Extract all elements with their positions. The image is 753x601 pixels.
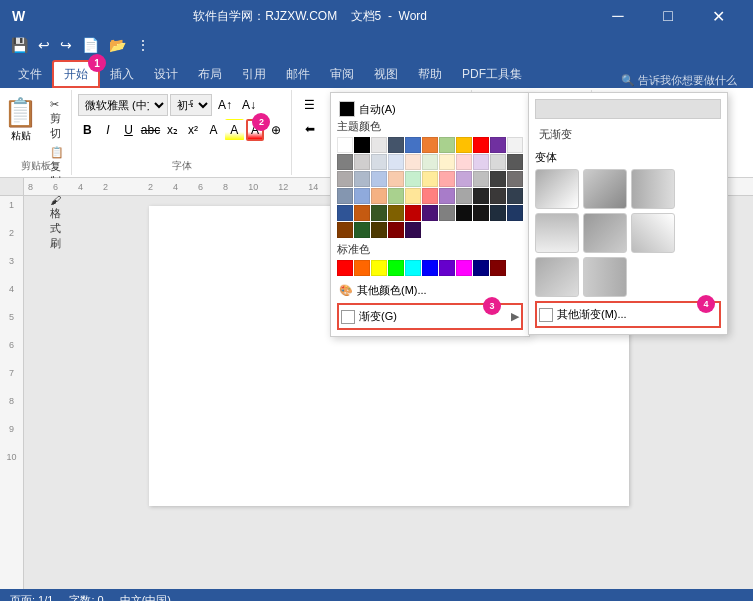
standard-color-cell[interactable]: [456, 260, 472, 276]
gradient-variant-cell[interactable]: [631, 213, 675, 253]
tab-references[interactable]: 引用: [232, 60, 276, 88]
theme-color-cell[interactable]: [422, 171, 438, 187]
theme-color-cell[interactable]: [371, 154, 387, 170]
theme-color-cell[interactable]: [388, 171, 404, 187]
tab-review[interactable]: 审阅: [320, 60, 364, 88]
theme-color-cell[interactable]: [456, 188, 472, 204]
gradient-variant-cell[interactable]: [583, 213, 627, 253]
auto-color-option[interactable]: 自动(A): [337, 99, 523, 119]
theme-color-cell[interactable]: [354, 171, 370, 187]
theme-color-cell[interactable]: [405, 188, 421, 204]
theme-color-cell[interactable]: [473, 154, 489, 170]
format-painter-button[interactable]: 🖌 格式刷: [46, 192, 74, 253]
theme-color-cell[interactable]: [388, 154, 404, 170]
increase-font-button[interactable]: A↑: [214, 94, 236, 116]
theme-color-cell[interactable]: [405, 137, 421, 153]
paste-button[interactable]: 📋 粘贴: [0, 92, 44, 147]
gradient-variant-cell[interactable]: [535, 257, 579, 297]
theme-color-cell[interactable]: [473, 137, 489, 153]
theme-color-cell[interactable]: [354, 137, 370, 153]
tab-home[interactable]: 开始 1: [52, 60, 100, 88]
tab-view[interactable]: 视图: [364, 60, 408, 88]
theme-color-cell[interactable]: [405, 205, 421, 221]
theme-color-cell[interactable]: [422, 154, 438, 170]
theme-color-cell[interactable]: [439, 205, 455, 221]
theme-color-cell[interactable]: [337, 171, 353, 187]
theme-color-cell[interactable]: [490, 137, 506, 153]
theme-color-cell[interactable]: [371, 188, 387, 204]
font-name-select[interactable]: 微软雅黑 (中文正文): [78, 94, 168, 116]
standard-color-cell[interactable]: [439, 260, 455, 276]
theme-color-cell[interactable]: [388, 222, 404, 238]
text-effects-button[interactable]: A: [204, 119, 223, 141]
theme-color-cell[interactable]: [507, 137, 523, 153]
theme-color-cell[interactable]: [490, 154, 506, 170]
theme-color-cell[interactable]: [456, 171, 472, 187]
theme-color-cell[interactable]: [507, 188, 523, 204]
underline-button[interactable]: U: [119, 119, 138, 141]
bold-button[interactable]: B: [78, 119, 97, 141]
strikethrough-button[interactable]: abc: [140, 119, 161, 141]
tab-design[interactable]: 设计: [144, 60, 188, 88]
theme-color-cell[interactable]: [388, 137, 404, 153]
theme-color-cell[interactable]: [456, 154, 472, 170]
new-qa-button[interactable]: 📄: [79, 36, 102, 54]
standard-color-cell[interactable]: [473, 260, 489, 276]
cut-button[interactable]: ✂ 剪切: [46, 96, 74, 143]
standard-color-cell[interactable]: [371, 260, 387, 276]
theme-color-cell[interactable]: [439, 137, 455, 153]
theme-color-cell[interactable]: [439, 188, 455, 204]
other-gradient-option[interactable]: 其他渐变(M)... 4: [535, 301, 721, 328]
font-size-select[interactable]: 初号 小初 一号: [170, 94, 212, 116]
tab-insert[interactable]: 插入: [100, 60, 144, 88]
theme-color-cell[interactable]: [490, 171, 506, 187]
gradient-variant-cell[interactable]: [631, 169, 675, 209]
standard-color-cell[interactable]: [354, 260, 370, 276]
standard-color-cell[interactable]: [388, 260, 404, 276]
tab-file[interactable]: 文件: [8, 60, 52, 88]
theme-color-cell[interactable]: [388, 188, 404, 204]
search-help-box[interactable]: 🔍 告诉我你想要做什么: [621, 73, 737, 88]
theme-color-cell[interactable]: [456, 137, 472, 153]
tab-layout[interactable]: 布局: [188, 60, 232, 88]
theme-color-cell[interactable]: [422, 188, 438, 204]
theme-color-cell[interactable]: [405, 154, 421, 170]
tab-mail[interactable]: 邮件: [276, 60, 320, 88]
highlight-color-button[interactable]: A: [225, 119, 244, 141]
gradient-option[interactable]: 渐变(G) 3 ▶: [337, 303, 523, 330]
gradient-variant-cell[interactable]: [535, 169, 579, 209]
save-qa-button[interactable]: 💾: [8, 36, 31, 54]
theme-color-cell[interactable]: [439, 171, 455, 187]
theme-color-cell[interactable]: [456, 205, 472, 221]
theme-color-cell[interactable]: [354, 188, 370, 204]
gradient-variant-cell[interactable]: [583, 169, 627, 209]
theme-color-cell[interactable]: [507, 154, 523, 170]
theme-color-cell[interactable]: [507, 171, 523, 187]
tab-pdf[interactable]: PDF工具集: [452, 60, 532, 88]
theme-color-cell[interactable]: [507, 205, 523, 221]
tab-help[interactable]: 帮助: [408, 60, 452, 88]
font-color-button[interactable]: A 2: [246, 119, 265, 141]
theme-color-cell[interactable]: [337, 154, 353, 170]
theme-color-cell[interactable]: [473, 188, 489, 204]
theme-color-cell[interactable]: [371, 171, 387, 187]
superscript-button[interactable]: x²: [184, 119, 203, 141]
theme-color-cell[interactable]: [422, 205, 438, 221]
italic-button[interactable]: I: [99, 119, 118, 141]
standard-color-cell[interactable]: [405, 260, 421, 276]
standard-color-cell[interactable]: [337, 260, 353, 276]
theme-color-cell[interactable]: [337, 137, 353, 153]
qa-more-button[interactable]: ⋮: [133, 36, 153, 54]
theme-color-cell[interactable]: [405, 222, 421, 238]
standard-color-cell[interactable]: [422, 260, 438, 276]
theme-color-cell[interactable]: [439, 154, 455, 170]
undo-qa-button[interactable]: ↩: [35, 36, 53, 54]
theme-color-cell[interactable]: [371, 137, 387, 153]
minimize-button[interactable]: ─: [595, 0, 641, 32]
theme-color-cell[interactable]: [490, 188, 506, 204]
theme-color-cell[interactable]: [473, 171, 489, 187]
theme-color-cell[interactable]: [354, 154, 370, 170]
theme-color-cell[interactable]: [388, 205, 404, 221]
maximize-button[interactable]: □: [645, 0, 691, 32]
theme-color-cell[interactable]: [337, 222, 353, 238]
